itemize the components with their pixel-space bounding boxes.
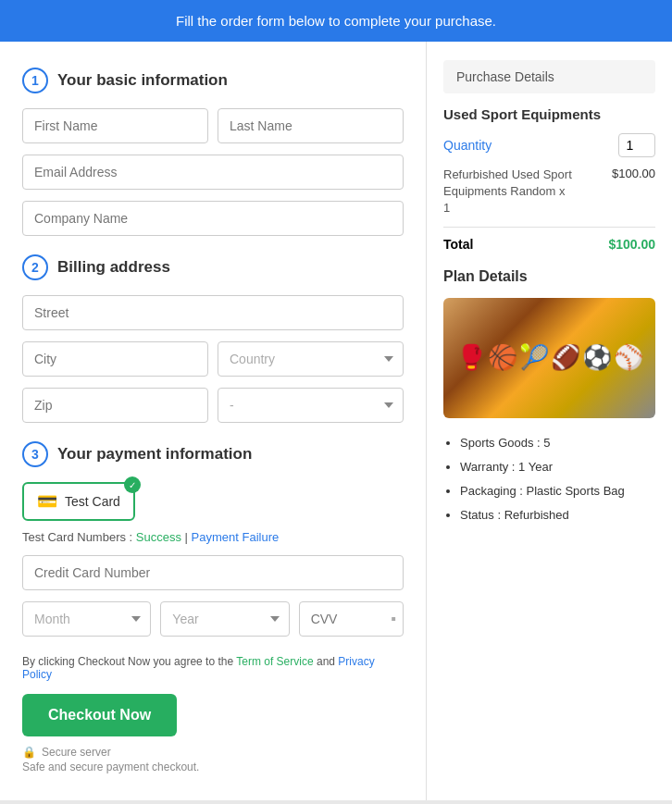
- card-label: Test Card: [65, 494, 120, 509]
- first-name-input[interactable]: [22, 108, 208, 143]
- billing-header: 2 Billing address: [22, 254, 404, 280]
- checkout-button[interactable]: Checkout Now: [22, 694, 177, 736]
- country-select[interactable]: Country: [218, 341, 404, 377]
- section-billing: 2 Billing address Country -: [22, 254, 404, 423]
- year-select[interactable]: Year: [160, 601, 289, 637]
- secure-label: Secure server: [42, 746, 111, 759]
- main-content: 1 Your basic information 2 Billi: [0, 42, 672, 800]
- plan-detail-item: Sports Goods : 5: [460, 431, 655, 455]
- street-input[interactable]: [22, 295, 404, 330]
- credit-card-icon: 💳: [37, 491, 57, 512]
- product-title: Used Sport Equipments: [443, 106, 655, 122]
- state-select[interactable]: -: [218, 388, 404, 423]
- lock-icon: 🔒: [22, 746, 36, 759]
- street-row: [22, 295, 404, 330]
- email-input[interactable]: [22, 155, 404, 190]
- card-option[interactable]: ✓ 💳 Test Card: [22, 482, 135, 521]
- test-card-separator: |: [185, 530, 188, 544]
- plan-details-list: Sports Goods : 5Warranty : 1 YearPackagi…: [443, 431, 655, 527]
- test-card-prefix: Test Card Numbers :: [22, 530, 132, 544]
- test-card-success-link[interactable]: Success: [136, 530, 181, 544]
- line-item: Refurbished Used Sport Equipments Random…: [443, 167, 655, 217]
- cc-number-row: [22, 555, 404, 590]
- section-payment: 3 Your payment information ✓ 💳 Test Card…: [22, 441, 404, 637]
- purchase-details-header: Purchase Details: [443, 60, 655, 93]
- email-row: [22, 155, 404, 190]
- terms-conjunction: and: [317, 655, 335, 668]
- total-row: Total $100.00: [443, 227, 655, 252]
- line-item-label: Refurbished Used Sport Equipments Random…: [443, 167, 573, 217]
- plan-detail-item: Status : Refurbished: [460, 503, 655, 527]
- payment-header: 3 Your payment information: [22, 441, 404, 467]
- quantity-row: Quantity: [443, 133, 655, 157]
- left-panel: 1 Your basic information 2 Billi: [0, 42, 427, 800]
- cvv-input[interactable]: [299, 601, 404, 637]
- total-price: $100.00: [608, 237, 655, 252]
- section-number-3: 3: [22, 441, 48, 467]
- section-title-payment: Your payment information: [57, 445, 252, 464]
- basic-info-header: 1 Your basic information: [22, 68, 404, 93]
- section-title-basic-info: Your basic information: [57, 71, 228, 90]
- top-banner: Fill the order form below to complete yo…: [0, 0, 672, 42]
- safe-text: Safe and secure payment checkout.: [22, 761, 404, 773]
- company-row: [22, 201, 404, 236]
- name-row: [22, 108, 404, 143]
- sports-icons: 🥊🏀🎾 🏈⚽⚾: [456, 343, 643, 372]
- card-check-icon: ✓: [124, 476, 141, 493]
- cvv-wrapper: ▪️: [299, 601, 404, 637]
- city-input[interactable]: [22, 341, 208, 377]
- zip-input[interactable]: [22, 388, 208, 423]
- sports-image: 🥊🏀🎾 🏈⚽⚾: [443, 298, 655, 418]
- terms-prefix: By clicking Checkout Now you agree to th…: [22, 655, 233, 668]
- right-panel: Purchase Details Used Sport Equipments Q…: [427, 42, 672, 800]
- plan-detail-item: Warranty : 1 Year: [460, 455, 655, 479]
- city-country-row: Country: [22, 341, 404, 377]
- total-label: Total: [443, 237, 473, 252]
- plan-details-title: Plan Details: [443, 268, 655, 285]
- tos-link[interactable]: Term of Service: [236, 655, 313, 668]
- month-select[interactable]: Month: [22, 601, 151, 637]
- secure-line: 🔒 Secure server: [22, 746, 404, 759]
- test-card-failure-link[interactable]: Payment Failure: [192, 530, 280, 544]
- section-number-1: 1: [22, 68, 48, 93]
- section-title-billing: Billing address: [57, 258, 170, 277]
- cvv-card-icon: ▪️: [391, 611, 396, 627]
- zip-state-row: -: [22, 388, 404, 423]
- cc-number-input[interactable]: [22, 555, 404, 590]
- section-basic-info: 1 Your basic information: [22, 68, 404, 236]
- test-card-line: Test Card Numbers : Success | Payment Fa…: [22, 530, 404, 544]
- line-item-price: $100.00: [612, 167, 655, 180]
- last-name-input[interactable]: [218, 108, 404, 143]
- page-wrapper: Fill the order form below to complete yo…: [0, 0, 672, 800]
- company-input[interactable]: [22, 201, 404, 236]
- terms-text: By clicking Checkout Now you agree to th…: [22, 655, 404, 681]
- expiry-cvv-row: Month Year ▪️: [22, 601, 404, 637]
- plan-detail-item: Packaging : Plastic Sports Bag: [460, 479, 655, 503]
- banner-text: Fill the order form below to complete yo…: [176, 13, 496, 29]
- quantity-label: Quantity: [443, 138, 492, 153]
- quantity-input[interactable]: [618, 133, 655, 157]
- section-number-2: 2: [22, 254, 48, 280]
